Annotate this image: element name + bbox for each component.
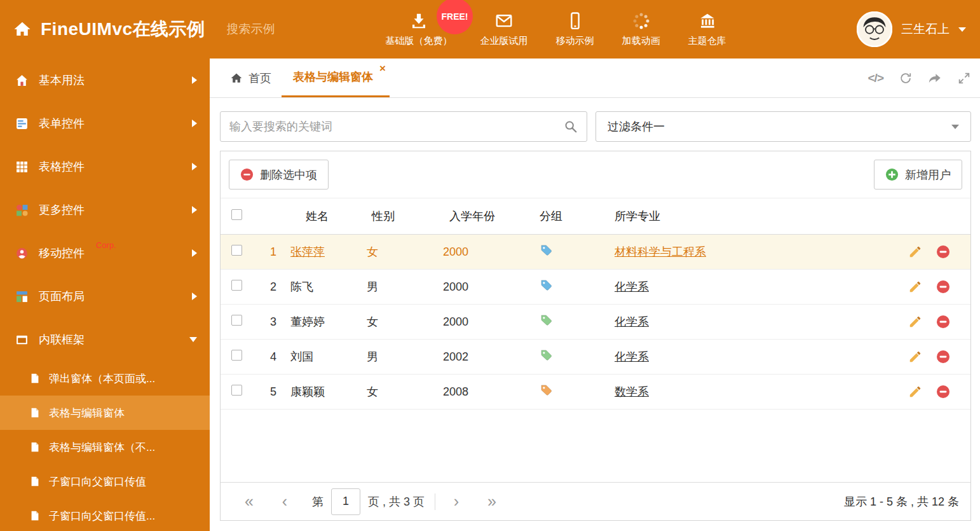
delete-icon[interactable] bbox=[936, 350, 950, 364]
row-checkbox[interactable] bbox=[231, 350, 242, 361]
share-icon[interactable] bbox=[928, 71, 942, 85]
corp-badge: Corp. bbox=[96, 240, 116, 250]
refresh-icon[interactable] bbox=[899, 71, 913, 85]
keyword-search-input[interactable] bbox=[229, 120, 564, 134]
filter-dropdown[interactable]: 过滤条件一 bbox=[595, 111, 971, 142]
cell-gender: 女 bbox=[367, 244, 443, 259]
sidebar-subitem-grid-edit-window-2[interactable]: 表格与编辑窗体（不... bbox=[0, 430, 210, 464]
table-row[interactable]: 3 董婷婷 女 2000 化学系 bbox=[221, 305, 970, 340]
table-row[interactable]: 2 陈飞 男 2000 化学系 bbox=[221, 270, 970, 305]
cell-year: 2008 bbox=[443, 385, 540, 399]
page-number-input[interactable] bbox=[331, 488, 360, 515]
edit-icon[interactable] bbox=[908, 350, 922, 364]
prev-page-button[interactable]: ‹ bbox=[274, 492, 296, 511]
cell-year: 2002 bbox=[443, 350, 540, 364]
last-page-button[interactable]: » bbox=[481, 492, 503, 511]
sidebar-item-basic-usage[interactable]: 基本用法 bbox=[0, 59, 210, 102]
edit-icon[interactable] bbox=[908, 385, 922, 399]
tab-grid-edit-window[interactable]: 表格与编辑窗体 × bbox=[282, 59, 390, 97]
sidebar-item-page-layout[interactable]: 页面布局 bbox=[0, 275, 210, 318]
file-icon bbox=[29, 373, 41, 384]
search-icon[interactable] bbox=[564, 120, 578, 134]
code-icon[interactable]: </> bbox=[868, 71, 883, 85]
delete-icon[interactable] bbox=[936, 315, 950, 329]
header-search-input[interactable] bbox=[227, 22, 329, 36]
major-link[interactable]: 化学系 bbox=[615, 280, 649, 293]
sidebar-item-form-controls[interactable]: 表单控件 bbox=[0, 102, 210, 145]
expand-icon[interactable] bbox=[957, 71, 971, 85]
delete-icon[interactable] bbox=[936, 280, 950, 294]
cell-gender: 男 bbox=[367, 279, 443, 294]
user-menu[interactable]: 三生石上 bbox=[857, 11, 966, 47]
delete-icon[interactable] bbox=[936, 245, 950, 259]
sidebar-subitem-child-to-parent-2[interactable]: 子窗口向父窗口传值... bbox=[0, 499, 210, 531]
edit-icon[interactable] bbox=[908, 315, 922, 329]
major-link[interactable]: 化学系 bbox=[615, 315, 649, 328]
sidebar-subitem-label: 表格与编辑窗体 bbox=[49, 406, 125, 420]
first-page-button[interactable]: « bbox=[238, 492, 260, 511]
frame-icon bbox=[15, 333, 29, 347]
main-content: 首页 表格与编辑窗体 × </> bbox=[210, 59, 980, 531]
sidebar-item-iframe[interactable]: 内联框架 bbox=[0, 318, 210, 361]
cell-gender: 女 bbox=[367, 384, 443, 399]
close-icon[interactable]: × bbox=[379, 63, 386, 74]
nav-item-enterprise-trial[interactable]: 企业版试用 bbox=[480, 11, 528, 47]
sidebar-item-label: 更多控件 bbox=[39, 202, 85, 217]
row-checkbox[interactable] bbox=[231, 315, 242, 326]
chevron-right-icon bbox=[192, 293, 197, 300]
table-row[interactable]: 1 张萍萍 女 2000 材料科学与工程系 bbox=[221, 235, 970, 270]
grid-empty-space bbox=[221, 410, 970, 482]
row-checkbox[interactable] bbox=[231, 245, 242, 256]
app-title: FineUIMvc在线示例 bbox=[41, 17, 205, 41]
sidebar-item-mobile-controls[interactable]: 移动控件 Corp. bbox=[0, 231, 210, 275]
cell-name: 董婷婷 bbox=[290, 315, 325, 328]
tab-home[interactable]: 首页 bbox=[220, 59, 282, 97]
delete-selected-button[interactable]: 删除选中项 bbox=[229, 160, 329, 190]
edit-icon[interactable] bbox=[908, 245, 922, 259]
tag-icon bbox=[540, 279, 553, 292]
sidebar-item-more-controls[interactable]: 更多控件 bbox=[0, 188, 210, 231]
tab-label: 表格与编辑窗体 bbox=[293, 69, 373, 85]
grid-panel: 删除选中项 新增用户 姓名 性别 入学年份 分组 所学专业 1 bbox=[220, 151, 971, 521]
column-gender: 性别 bbox=[367, 209, 443, 224]
avatar bbox=[857, 11, 892, 47]
mobile-control-icon bbox=[15, 247, 29, 260]
form-icon bbox=[15, 117, 29, 130]
grid-icon bbox=[15, 160, 29, 174]
sidebar-subitem-grid-edit-window[interactable]: 表格与编辑窗体 bbox=[0, 396, 210, 430]
sidebar-item-label: 表格控件 bbox=[39, 159, 85, 174]
nav-item-loading-animation[interactable]: 加载动画 bbox=[622, 11, 660, 47]
add-user-button[interactable]: 新增用户 bbox=[874, 160, 962, 190]
select-all-checkbox[interactable] bbox=[231, 209, 242, 220]
house-icon bbox=[15, 74, 29, 87]
sidebar-item-grid-controls[interactable]: 表格控件 bbox=[0, 145, 210, 188]
chevron-right-icon bbox=[192, 163, 197, 170]
pagination-bar: « ‹ 第 页 , 共 3 页 › » 显示 1 - 5 条 , 共 12 条 bbox=[221, 482, 970, 520]
next-page-button[interactable]: › bbox=[446, 492, 467, 511]
nav-item-mobile-demo[interactable]: 移动示例 bbox=[556, 11, 594, 47]
header-search bbox=[227, 22, 336, 36]
home-icon bbox=[13, 20, 32, 39]
row-checkbox[interactable] bbox=[231, 385, 242, 396]
cell-gender: 男 bbox=[367, 349, 443, 364]
cell-number: 3 bbox=[256, 315, 290, 329]
major-link[interactable]: 化学系 bbox=[615, 350, 649, 363]
app-logo[interactable]: FineUIMvc在线示例 bbox=[13, 17, 205, 41]
table-row[interactable]: 4 刘国 男 2002 化学系 bbox=[221, 340, 970, 375]
cell-gender: 女 bbox=[367, 314, 443, 329]
table-row[interactable]: 5 康颖颖 女 2008 数学系 bbox=[221, 375, 970, 410]
delete-icon[interactable] bbox=[936, 385, 950, 399]
page-label-before: 第 bbox=[312, 494, 323, 509]
cell-number: 1 bbox=[256, 245, 290, 259]
sidebar-item-label: 内联框架 bbox=[39, 332, 85, 347]
sidebar-subitem-child-to-parent[interactable]: 子窗口向父窗口传值 bbox=[0, 464, 210, 499]
major-link[interactable]: 材料科学与工程系 bbox=[615, 245, 706, 258]
major-link[interactable]: 数学系 bbox=[615, 385, 649, 398]
sidebar-subitem-label: 子窗口向父窗口传值 bbox=[49, 474, 146, 489]
nav-item-theme-store[interactable]: 主题仓库 bbox=[688, 11, 726, 47]
edit-icon[interactable] bbox=[908, 280, 922, 294]
row-checkbox[interactable] bbox=[231, 280, 242, 291]
sidebar-subitem-popup-window[interactable]: 弹出窗体（本页面或... bbox=[0, 361, 210, 396]
pagination-summary: 显示 1 - 5 条 , 共 12 条 bbox=[844, 494, 959, 509]
cell-name: 刘国 bbox=[290, 350, 313, 363]
